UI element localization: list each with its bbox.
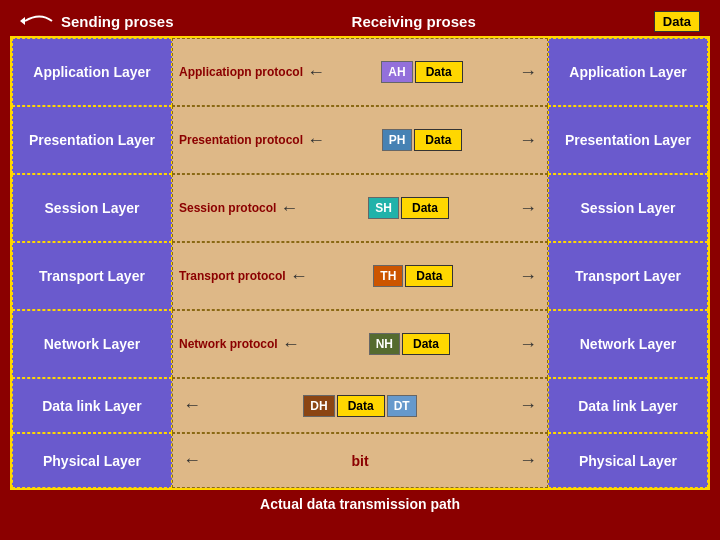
net-arrow-right: → [519,334,537,355]
datalink-row: ← DH Data DT → [172,378,548,433]
right-column: Application Layer Presentation Layer Ses… [548,38,708,488]
right-session-layer: Session Layer [548,174,708,242]
data-top-box: Data [654,11,700,32]
phys-data-segment: bit [205,453,515,469]
left-transport-layer: Transport Layer [12,242,172,310]
osi-grid: Application Layer Presentation Layer Ses… [10,36,710,490]
datalink-data-box: Data [337,395,385,417]
app-arrow-left: ← [307,62,325,83]
datalink-arrow-left: ← [183,395,201,416]
sending-label: Sending proses [20,10,174,32]
left-datalink-layer: Data link Layer [12,378,172,433]
right-presentation-layer: Presentation Layer [548,106,708,174]
trans-arrow-right: → [519,266,537,287]
bit-label: bit [351,453,368,469]
net-data-segment: NH Data [304,333,515,355]
net-protocol-label: Network protocol [179,337,278,351]
right-transport-layer: Transport Layer [548,242,708,310]
right-physical-layer: Physical Layer [548,433,708,488]
net-protocol-row: Network protocol ← NH Data → [172,310,548,378]
datalink-arrow-right: → [519,395,537,416]
app-protocol-row: Applicatiopn protocol ← AH Data → [172,38,548,106]
dt-box: DT [387,395,417,417]
ah-box: AH [381,61,412,83]
footer-label: Actual data transmission path [10,496,710,512]
datalink-data-segment: DH Data DT [205,395,515,417]
main-container: Sending proses Receiving proses Data App… [10,8,710,512]
sess-arrow-left: ← [280,198,298,219]
receiving-label: Receiving proses [352,13,476,30]
th-box: TH [373,265,403,287]
pres-protocol-label: Presentation protocol [179,133,303,147]
pres-protocol-row: Presentation protocol ← PH Data → [172,106,548,174]
app-data-segment: AH Data [329,61,515,83]
phys-arrow-right: → [519,450,537,471]
svg-marker-0 [20,17,25,25]
left-column: Application Layer Presentation Layer Ses… [12,38,172,488]
pres-arrow-right: → [519,130,537,151]
sess-data-segment: SH Data [302,197,515,219]
right-application-layer: Application Layer [548,38,708,106]
left-presentation-layer: Presentation Layer [12,106,172,174]
header-section: Sending proses Receiving proses Data [10,8,710,34]
pres-arrow-left: ← [307,130,325,151]
app-protocol-label: Applicatiopn protocol [179,65,303,79]
sess-arrow-right: → [519,198,537,219]
app-data-box: Data [415,61,463,83]
trans-data-segment: TH Data [312,265,515,287]
pres-data-segment: PH Data [329,129,515,151]
trans-protocol-label: Transport protocol [179,269,286,283]
net-arrow-left: ← [282,334,300,355]
sess-protocol-row: Session protocol ← SH Data → [172,174,548,242]
ph-box: PH [382,129,413,151]
middle-column: Applicatiopn protocol ← AH Data → Presen… [172,38,548,488]
sh-box: SH [368,197,399,219]
net-data-box: Data [402,333,450,355]
sess-data-box: Data [401,197,449,219]
right-network-layer: Network Layer [548,310,708,378]
left-application-layer: Application Layer [12,38,172,106]
trans-data-box: Data [405,265,453,287]
phys-arrow-left: ← [183,450,201,471]
sending-arrow-icon [20,10,56,32]
trans-arrow-left: ← [290,266,308,287]
pres-data-box: Data [414,129,462,151]
left-network-layer: Network Layer [12,310,172,378]
app-arrow-right: → [519,62,537,83]
dh-box: DH [303,395,334,417]
right-datalink-layer: Data link Layer [548,378,708,433]
nh-box: NH [369,333,400,355]
left-physical-layer: Physical Layer [12,433,172,488]
physical-row: ← bit → [172,433,548,488]
sess-protocol-label: Session protocol [179,201,276,215]
left-session-layer: Session Layer [12,174,172,242]
trans-protocol-row: Transport protocol ← TH Data → [172,242,548,310]
